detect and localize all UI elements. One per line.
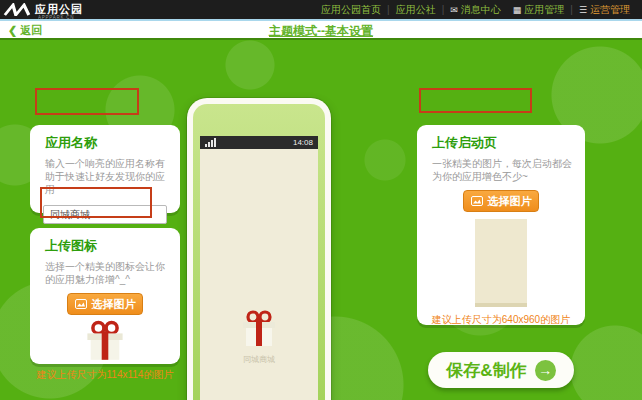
gift-icon bbox=[240, 308, 278, 348]
sub-header: ❮返回 主题模式--基本设置 bbox=[0, 21, 642, 38]
choose-icon-image-button[interactable]: 选择图片 bbox=[67, 293, 143, 315]
splash-image-placeholder bbox=[475, 219, 527, 307]
top-nav-menu: 应用公园首页 | 应用公社 | ✉ 消息中心 ▦ 应用管理 | ☰ 运营管理 bbox=[315, 0, 642, 19]
app-name-panel: 应用名称 输入一个响亮的应用名称有助于快速让好友发现你的应用 bbox=[30, 125, 180, 213]
splash-size-hint: 建议上传尺寸为640x960的图片 bbox=[417, 313, 585, 327]
status-time: 14:08 bbox=[293, 138, 313, 147]
grid-icon: ▦ bbox=[513, 5, 522, 15]
save-and-build-button[interactable]: 保存&制作 → bbox=[428, 352, 574, 388]
app-name-input[interactable] bbox=[43, 205, 167, 224]
phone-app-icon-preview: 同城商城 bbox=[240, 308, 278, 365]
choose-splash-image-button[interactable]: 选择图片 bbox=[463, 190, 539, 212]
save-button-label: 保存&制作 bbox=[446, 359, 526, 382]
gift-icon bbox=[84, 318, 126, 362]
nav-item-community[interactable]: 应用公社 bbox=[390, 3, 442, 17]
phone-status-bar: 14:08 bbox=[200, 136, 318, 149]
apppark-logo[interactable]: 应用公园 APPPARK.CN bbox=[4, 2, 83, 17]
app-name-title: 应用名称 bbox=[45, 134, 180, 152]
upload-splash-panel: 上传启动页 一张精美的图片，每次启动都会为你的应用增色不少~ 选择图片 建议上传… bbox=[417, 125, 585, 325]
arrow-right-icon: → bbox=[535, 360, 556, 381]
apppark-logo-icon bbox=[3, 3, 34, 16]
phone-preview: 14:08 同城商城 bbox=[187, 98, 331, 400]
icon-size-hint: 建议上传尺寸为114x114的图片 bbox=[30, 368, 180, 382]
upload-splash-description: 一张精美的图片，每次启动都会为你的应用增色不少~ bbox=[432, 157, 573, 183]
upload-icon-description: 选择一个精美的图标会让你的应用魅力倍增^_^ bbox=[45, 260, 168, 286]
nav-item-messages[interactable]: ✉ 消息中心 bbox=[444, 3, 507, 17]
phone-screen: 14:08 同城商城 bbox=[200, 136, 318, 400]
image-icon bbox=[75, 299, 87, 309]
upload-icon-title: 上传图标 bbox=[45, 237, 180, 255]
top-navbar: 应用公园 APPPARK.CN 应用公园首页 | 应用公社 | ✉ 消息中心 ▦… bbox=[0, 0, 642, 19]
app-name-description: 输入一个响亮的应用名称有助于快速让好友发现你的应用 bbox=[45, 157, 168, 196]
main-canvas: 14:08 同城商城 应用名称 输入一个响亮的应用名称有助于快速让好友发现你的应… bbox=[0, 38, 642, 400]
nav-item-operations[interactable]: ☰ 运营管理 bbox=[573, 3, 636, 17]
upload-icon-panel: 上传图标 选择一个精美的图标会让你的应用魅力倍增^_^ 选择图片 建议上传尺寸为… bbox=[30, 228, 180, 364]
nav-item-home[interactable]: 应用公园首页 bbox=[315, 3, 387, 17]
signal-bars-icon bbox=[205, 138, 216, 147]
apppark-theme-settings-page: 应用公园 APPPARK.CN 应用公园首页 | 应用公社 | ✉ 消息中心 ▦… bbox=[0, 0, 642, 400]
nav-item-app-management[interactable]: ▦ 应用管理 bbox=[507, 3, 571, 17]
upload-splash-title: 上传启动页 bbox=[432, 134, 585, 152]
envelope-icon: ✉ bbox=[450, 5, 458, 15]
image-icon bbox=[471, 196, 483, 206]
phone-app-name-label: 同城商城 bbox=[240, 354, 278, 365]
list-icon: ☰ bbox=[579, 5, 587, 15]
